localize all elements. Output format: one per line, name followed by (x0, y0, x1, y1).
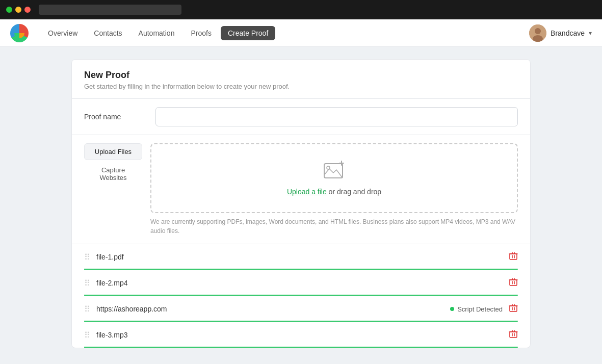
upload-hint: We are currently supporting PDFs, images… (150, 217, 518, 236)
file-name: file-3.mp3 (96, 331, 509, 339)
delete-file-button[interactable] (509, 329, 518, 341)
file-progress-bar (84, 347, 518, 348)
upload-tabs: Upload Files Capture Websites (84, 143, 150, 236)
app-logo[interactable] (10, 24, 29, 42)
nav-link-automation[interactable]: Automation (132, 26, 182, 40)
new-proof-card: New Proof Get started by filling in the … (71, 59, 531, 348)
nav-links: Upload Files Overview Contacts Automatio… (41, 26, 529, 40)
drop-zone-suffix: or drag and drop (327, 188, 381, 196)
file-status: Script Detected (450, 305, 503, 313)
delete-file-button[interactable] (509, 251, 518, 263)
drag-handle-icon[interactable]: ⠿ (84, 304, 90, 314)
logo-inner (14, 28, 24, 38)
dot-green[interactable] (6, 7, 12, 13)
nav-link-create-proof[interactable]: Create Proof (221, 26, 275, 40)
file-list: ⠿ file-1.pdf ⠿ (72, 244, 530, 348)
nav-link-proofs[interactable]: Proofs (184, 26, 218, 40)
titlebar (0, 0, 602, 19)
dot-yellow[interactable] (15, 7, 21, 13)
file-item: ⠿ file-3.mp3 (84, 322, 518, 348)
svg-point-4 (327, 166, 330, 169)
proof-name-input[interactable] (155, 107, 518, 126)
upload-section: Upload Files Capture Websites (72, 135, 530, 244)
file-name: file-1.pdf (96, 253, 509, 261)
file-item: ⠿ file-2.mp4 (84, 270, 518, 296)
chevron-down-icon[interactable]: ▾ (589, 30, 592, 37)
drag-handle-icon[interactable]: ⠿ (84, 330, 90, 340)
delete-file-button[interactable] (509, 277, 518, 289)
dot-red[interactable] (24, 7, 31, 13)
card-subtitle: Get started by filling in the informatio… (84, 83, 518, 90)
svg-rect-19 (510, 306, 517, 311)
upload-icon (323, 161, 346, 184)
drag-handle-icon[interactable]: ⠿ (84, 252, 90, 262)
proof-name-label: Proof name (84, 113, 155, 121)
titlebar-url-bar (39, 5, 181, 15)
delete-file-button[interactable] (509, 303, 518, 315)
file-name: file-2.mp4 (96, 279, 509, 287)
file-progress-bar (84, 269, 518, 270)
card-title: New Proof (84, 70, 518, 81)
svg-rect-3 (324, 164, 343, 178)
navbar: Upload Files Overview Contacts Automatio… (0, 19, 602, 47)
drop-zone[interactable]: Upload a file or drag and drop (150, 143, 518, 213)
file-item: ⠿ file-1.pdf (84, 244, 518, 270)
file-item: ⠿ https://ashoreapp.com Script Detected (84, 296, 518, 322)
tab-capture-websites[interactable]: Capture Websites (84, 162, 142, 186)
file-progress-bar (84, 321, 518, 322)
tab-upload-files[interactable]: Upload Files (84, 143, 142, 160)
file-name: https://ashoreapp.com (96, 305, 450, 313)
card-header: New Proof Get started by filling in the … (72, 60, 530, 99)
status-dot-icon (450, 307, 454, 311)
upload-area: Upload a file or drag and drop We are cu… (150, 143, 518, 236)
nav-link-contacts[interactable]: Contacts (87, 26, 129, 40)
upload-link[interactable]: Upload a file (287, 188, 327, 196)
status-label: Script Detected (457, 305, 503, 313)
file-progress-bar (84, 295, 518, 296)
drop-zone-text: Upload a file or drag and drop (287, 188, 381, 196)
svg-rect-25 (510, 332, 517, 337)
brand-name: Brandcave (551, 29, 585, 37)
nav-link-overview[interactable]: Overview (41, 26, 85, 40)
drag-handle-icon[interactable]: ⠿ (84, 278, 90, 288)
proof-name-section: Proof name (72, 99, 530, 135)
svg-rect-7 (510, 254, 517, 259)
navbar-right: Brandcave ▾ (529, 24, 592, 42)
svg-point-1 (535, 28, 541, 34)
page-content: New Proof Get started by filling in the … (0, 47, 602, 360)
svg-rect-13 (510, 280, 517, 285)
avatar (529, 24, 546, 42)
